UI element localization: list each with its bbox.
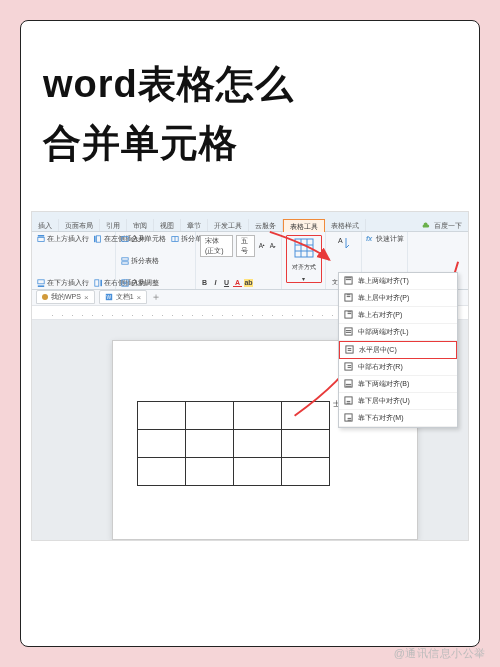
menu-center-center[interactable]: 水平居中(C) — [339, 341, 457, 359]
menu-mid-justify[interactable]: 中部两端对齐(L) — [339, 324, 457, 341]
italic-btn[interactable]: I — [211, 279, 220, 287]
tab-page-layout[interactable]: 页面布局 — [59, 219, 100, 231]
quick-calc-btn[interactable]: 快速计算 — [375, 235, 405, 243]
group-insert-rows: 在上方插入行 在左侧插入列 在下方插入行 在右侧插入列 — [32, 232, 116, 289]
align-mid-right-icon — [344, 362, 353, 371]
align-mid-justify-icon — [344, 327, 353, 336]
title-line-2: 合并单元格 — [43, 114, 457, 173]
svg-rect-1 — [38, 235, 44, 237]
watermark: @通讯信息小公举 — [394, 646, 486, 661]
autofit-icon — [121, 279, 129, 287]
font-color-btn[interactable]: A — [233, 279, 242, 287]
font-shrink-icon[interactable]: A▼ — [269, 242, 277, 250]
menu-top-justify[interactable]: 靠上两端对齐(T) — [339, 273, 457, 290]
svg-text:▲: ▲ — [262, 243, 265, 247]
svg-rect-3 — [94, 236, 96, 242]
fx-icon[interactable]: fx — [366, 235, 372, 242]
group-font: 宋体 (正文) 五号 A▲ A▼ B I U A ab — [196, 232, 282, 289]
close-icon[interactable]: × — [84, 293, 89, 302]
split-table-icon — [121, 257, 129, 265]
svg-text:W: W — [106, 296, 111, 301]
title-line-1: word表格怎么 — [43, 55, 457, 114]
title-block: word表格怎么 合并单元格 — [21, 21, 479, 183]
menu-top-center[interactable]: 靠上居中对齐(P) — [339, 290, 457, 307]
align-bot-right-icon — [344, 413, 353, 422]
tab-table-tools[interactable]: 表格工具 — [283, 219, 325, 232]
svg-text:▼: ▼ — [273, 245, 276, 249]
align-top-right-icon — [344, 310, 353, 319]
bold-btn[interactable]: B — [200, 279, 209, 287]
tab-review[interactable]: 审阅 — [127, 219, 154, 231]
tab-view[interactable]: 视图 — [154, 219, 181, 231]
close-icon[interactable]: × — [137, 293, 142, 302]
col-right-icon — [94, 279, 102, 287]
split-table-btn[interactable]: 拆分表格 — [120, 257, 160, 265]
menu-top-right[interactable]: 靠上右对齐(P) — [339, 307, 457, 324]
menu-mid-right[interactable]: 中部右对齐(R) — [339, 359, 457, 376]
col-left-icon — [94, 235, 102, 243]
align-top-center-icon — [344, 293, 353, 302]
align-bot-justify-icon — [344, 379, 353, 388]
autofit-btn[interactable]: 自动调整 — [120, 279, 160, 287]
insert-row-below[interactable]: 在下方插入行 — [36, 279, 90, 287]
font-size-select[interactable]: 五号 — [236, 235, 255, 257]
font-name-select[interactable]: 宋体 (正文) — [200, 235, 233, 257]
highlight-btn[interactable]: ab — [244, 279, 253, 287]
svg-rect-40 — [345, 363, 352, 370]
svg-rect-13 — [122, 262, 128, 264]
ribbon-tabs: 插入 页面布局 引用 审阅 视图 章节 开发工具 云服务 表格工具 表格样式 百… — [32, 212, 468, 232]
alignment-grid-icon — [294, 238, 314, 258]
chevron-down-icon: ▾ — [302, 276, 305, 282]
align-top-justify-icon — [344, 276, 353, 285]
tab-references[interactable]: 引用 — [100, 219, 127, 231]
svg-rect-0 — [38, 237, 44, 241]
row-above-icon — [37, 235, 45, 243]
doc-tab[interactable]: W 文档1 × — [99, 290, 148, 304]
insert-row-above[interactable]: 在上方插入行 — [36, 235, 90, 243]
svg-rect-34 — [345, 328, 352, 335]
word-doc-icon: W — [105, 293, 113, 301]
menu-bot-justify[interactable]: 靠下两端对齐(B) — [339, 376, 457, 393]
group-align: 对齐方式 ▾ — [282, 232, 326, 289]
tab-cloud[interactable]: 云服务 — [249, 219, 283, 231]
menu-bot-center[interactable]: 靠下居中对齐(U) — [339, 393, 457, 410]
text-direction-icon[interactable]: A — [336, 235, 352, 251]
tab-insert[interactable]: 插入 — [32, 219, 59, 231]
titlebar-search[interactable]: 百度一下 — [422, 221, 468, 231]
svg-rect-7 — [100, 280, 102, 286]
app-screenshot: 插入 页面布局 引用 审阅 视图 章节 开发工具 云服务 表格工具 表格样式 百… — [31, 211, 469, 541]
split-icon — [171, 235, 179, 243]
svg-rect-12 — [122, 258, 128, 260]
app-tab[interactable]: 我的WPS × — [36, 290, 95, 304]
merge-cells-btn[interactable]: 合并单元格 — [120, 235, 167, 243]
svg-text:A: A — [338, 237, 343, 244]
align-label: 对齐方式 — [292, 264, 316, 270]
svg-rect-37 — [346, 346, 353, 353]
align-mode-button[interactable]: 对齐方式 ▾ — [286, 235, 322, 283]
row-below-icon — [37, 279, 45, 287]
svg-rect-5 — [38, 285, 44, 287]
user-table[interactable] — [137, 401, 330, 486]
tab-dev[interactable]: 开发工具 — [208, 219, 249, 231]
wps-logo-icon — [42, 294, 48, 300]
font-style-row: B I U A ab — [200, 279, 277, 287]
svg-rect-19 — [295, 239, 313, 257]
group-merge-split: 合并单元格 拆分单元格 拆分表格 自动调整 — [116, 232, 196, 289]
merge-icon — [121, 235, 129, 243]
new-tab-button[interactable]: ＋ — [151, 292, 161, 302]
card-frame: word表格怎么 合并单元格 插入 页面布局 引用 审阅 视图 章节 开发工具 … — [20, 20, 480, 647]
align-bot-center-icon — [344, 396, 353, 405]
underline-btn[interactable]: U — [222, 279, 231, 287]
tab-sections[interactable]: 章节 — [181, 219, 208, 231]
menu-bot-right[interactable]: 靠下右对齐(M) — [339, 410, 457, 427]
svg-rect-6 — [95, 280, 99, 286]
svg-rect-4 — [38, 280, 44, 284]
svg-rect-2 — [96, 236, 100, 242]
alignment-menu: 靠上两端对齐(T) 靠上居中对齐(P) 靠上右对齐(P) 中部两端对齐(L) 水… — [338, 272, 458, 428]
font-grow-icon[interactable]: A▲ — [258, 242, 266, 250]
tab-table-style[interactable]: 表格样式 — [325, 219, 366, 231]
cloud-icon — [422, 222, 430, 230]
cloud-search-label: 百度一下 — [434, 221, 462, 231]
align-center-center-icon — [345, 345, 354, 354]
